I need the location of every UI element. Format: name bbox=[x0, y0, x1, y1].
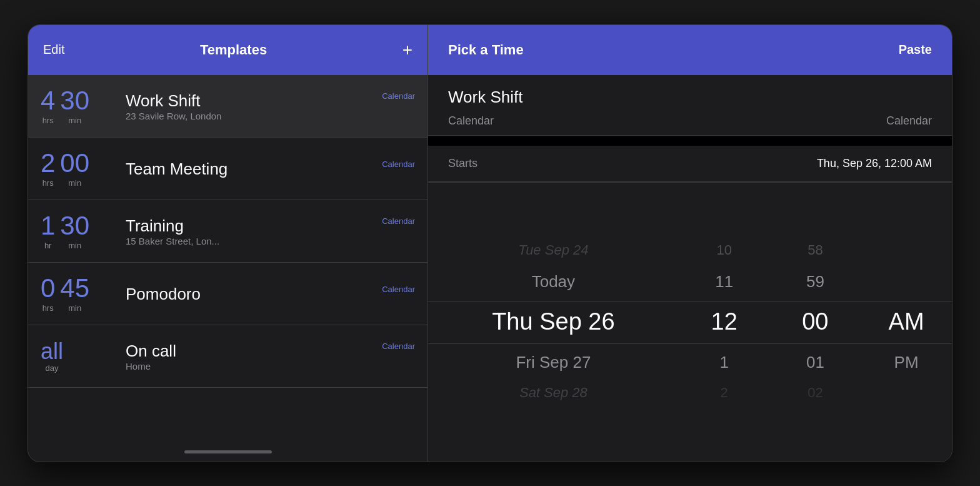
template-category: Calendar bbox=[382, 342, 415, 351]
picker-line-bottom bbox=[428, 343, 952, 344]
minutes-value: 30 bbox=[60, 86, 89, 115]
picker-date-item: Fri Sep 27 bbox=[428, 346, 679, 378]
event-title: Work Shift bbox=[448, 88, 522, 106]
picker-ampm-item bbox=[861, 236, 952, 265]
dark-separator bbox=[428, 136, 952, 146]
hours-value: 1 bbox=[41, 211, 55, 240]
template-name: Work Shift bbox=[126, 91, 415, 111]
template-item-team-meeting[interactable]: 2 hrs 00 min Calendar Team Meeting bbox=[28, 138, 428, 200]
calendar-value: Calendar bbox=[886, 114, 932, 128]
picker-ampm-item-selected: AM bbox=[861, 298, 952, 346]
template-info-work-shift: Calendar Work Shift 23 Savile Row, Londo… bbox=[116, 90, 415, 122]
template-name: Training bbox=[126, 216, 415, 236]
right-content: Work Shift Calendar Calendar Starts Thu,… bbox=[428, 75, 952, 462]
template-info-team-meeting: Calendar Team Meeting bbox=[116, 158, 415, 179]
template-subtitle: Home bbox=[126, 361, 151, 372]
picker-hour-item: 1 bbox=[679, 346, 770, 378]
right-panel: Pick a Time Paste Work Shift Calendar Ca… bbox=[428, 25, 952, 462]
starts-row[interactable]: Starts Thu, Sep 26, 12:00 AM bbox=[428, 146, 952, 183]
scroll-indicator bbox=[184, 450, 272, 453]
edit-button[interactable]: Edit bbox=[43, 43, 64, 57]
time-picker[interactable]: Tue Sep 24 Today Thu Sep 26 Fri Sep 27 S… bbox=[428, 183, 952, 462]
template-subtitle: 15 Baker Street, Lon... bbox=[126, 236, 219, 246]
template-category: Calendar bbox=[382, 91, 415, 101]
picker-ampm-item: PM bbox=[861, 346, 952, 378]
picker-date-item-selected: Thu Sep 26 bbox=[428, 298, 679, 346]
minutes-label: min bbox=[68, 116, 81, 125]
all-value: all bbox=[41, 339, 63, 364]
hours-label: hr bbox=[44, 241, 52, 250]
duration-training: 1 hr 30 min bbox=[41, 211, 116, 250]
picker-hour-item-selected: 12 bbox=[679, 298, 770, 346]
picker-ampm-column[interactable]: AM PM bbox=[861, 236, 952, 408]
duration-pomodoro: 0 hrs 45 min bbox=[41, 274, 116, 312]
hours-label: hrs bbox=[42, 303, 54, 313]
template-name: Pomodoro bbox=[126, 285, 415, 304]
minutes-value: 00 bbox=[60, 149, 89, 178]
paste-button[interactable]: Paste bbox=[899, 43, 932, 57]
duration-team-meeting: 2 hrs 00 min bbox=[41, 149, 116, 187]
minutes-label: min bbox=[68, 178, 81, 188]
template-info-pomodoro: Calendar Pomodoro bbox=[116, 283, 415, 304]
picker-columns: Tue Sep 24 Today Thu Sep 26 Fri Sep 27 S… bbox=[428, 236, 952, 408]
template-subtitle: 23 Savile Row, London bbox=[126, 111, 221, 121]
left-header: Edit Templates + bbox=[28, 25, 428, 75]
picker-minute-item: 02 bbox=[770, 378, 861, 408]
picker-ampm-item bbox=[861, 265, 952, 298]
pick-a-time-title: Pick a Time bbox=[448, 42, 524, 58]
minutes-label: min bbox=[68, 241, 81, 250]
template-info-training: Calendar Training 15 Baker Street, Lon..… bbox=[116, 215, 415, 247]
picker-minute-item: 01 bbox=[770, 346, 861, 378]
hours-value: 4 bbox=[41, 86, 55, 115]
picker-minute-item-selected: 00 bbox=[770, 298, 861, 346]
left-bottom-bar bbox=[28, 443, 428, 462]
duration-on-call: all day bbox=[41, 339, 116, 373]
hours-value: 2 bbox=[41, 149, 55, 178]
left-panel: Edit Templates + 4 hrs 30 min Cal bbox=[28, 25, 428, 462]
template-category: Calendar bbox=[382, 216, 415, 226]
picker-ampm-item bbox=[861, 378, 952, 408]
picker-minute-column[interactable]: 58 59 00 01 02 bbox=[770, 236, 861, 408]
template-name: On call bbox=[126, 342, 415, 361]
duration-work-shift: 4 hrs 30 min bbox=[41, 86, 116, 124]
app-container: Edit Templates + 4 hrs 30 min Cal bbox=[28, 24, 952, 462]
minutes-value: 30 bbox=[60, 211, 89, 240]
template-item-on-call[interactable]: all day Calendar On call Home bbox=[28, 325, 428, 388]
picker-date-column[interactable]: Tue Sep 24 Today Thu Sep 26 Fri Sep 27 S… bbox=[428, 236, 679, 408]
hours-label: hrs bbox=[42, 116, 54, 125]
hours-label: hrs bbox=[42, 178, 54, 188]
template-info-on-call: Calendar On call Home bbox=[116, 340, 415, 372]
template-item-training[interactable]: 1 hr 30 min Calendar Training 15 Baker S… bbox=[28, 200, 428, 263]
picker-minute-item: 59 bbox=[770, 265, 861, 298]
minutes-label: min bbox=[68, 303, 81, 313]
template-list: 4 hrs 30 min Calendar Work Shift 23 Savi… bbox=[28, 75, 428, 443]
template-item-pomodoro[interactable]: 0 hrs 45 min Calendar Pomodoro bbox=[28, 263, 428, 325]
picker-date-item: Tue Sep 24 bbox=[428, 236, 679, 265]
picker-minute-item: 58 bbox=[770, 236, 861, 265]
picker-line-top bbox=[428, 301, 952, 301]
template-category: Calendar bbox=[382, 159, 415, 169]
minutes-value: 45 bbox=[60, 274, 89, 303]
template-item-work-shift[interactable]: 4 hrs 30 min Calendar Work Shift 23 Savi… bbox=[28, 75, 428, 138]
template-category: Calendar bbox=[382, 285, 415, 294]
picker-date-item: Sat Sep 28 bbox=[428, 378, 679, 408]
picker-hour-column[interactable]: 10 11 12 1 2 bbox=[679, 236, 770, 408]
template-name: Team Meeting bbox=[126, 159, 415, 179]
picker-date-item: Today bbox=[428, 265, 679, 298]
day-label: day bbox=[46, 363, 59, 373]
hours-value: 0 bbox=[41, 274, 55, 303]
starts-value: Thu, Sep 26, 12:00 AM bbox=[817, 157, 932, 170]
event-title-section: Work Shift bbox=[428, 75, 952, 107]
picker-hour-item: 11 bbox=[679, 265, 770, 298]
picker-hour-item: 10 bbox=[679, 236, 770, 265]
templates-title: Templates bbox=[200, 42, 267, 58]
calendar-row[interactable]: Calendar Calendar bbox=[428, 107, 952, 136]
picker-hour-item: 2 bbox=[679, 378, 770, 408]
calendar-label: Calendar bbox=[448, 114, 494, 128]
add-template-button[interactable]: + bbox=[402, 41, 412, 59]
right-header: Pick a Time Paste bbox=[428, 25, 952, 75]
starts-label: Starts bbox=[448, 157, 478, 170]
